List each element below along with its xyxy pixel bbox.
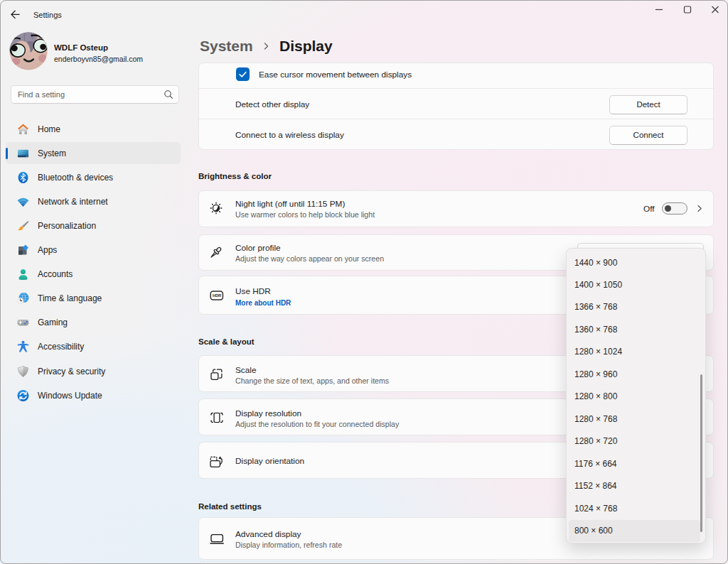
svg-text:HDR: HDR [212,293,220,298]
